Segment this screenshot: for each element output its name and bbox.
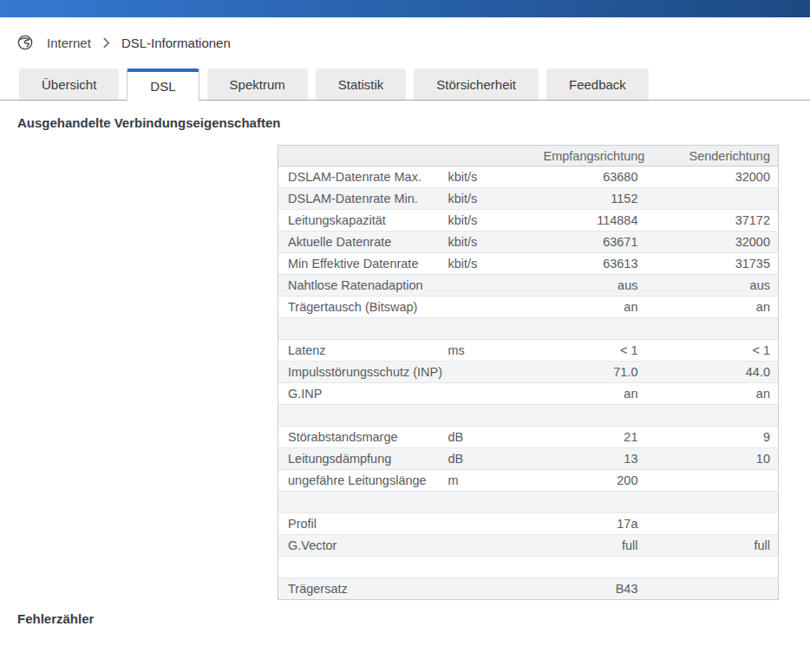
row-tx-value xyxy=(646,557,779,578)
row-rx-value: 17a xyxy=(544,513,646,535)
tab-spektrum[interactable]: Spektrum xyxy=(207,69,308,100)
row-unit: dB xyxy=(448,427,544,448)
tab-dsl[interactable]: DSL xyxy=(127,69,199,101)
table-header-row: Empfangsrichtung Senderichtung xyxy=(278,146,779,166)
row-tx-value xyxy=(646,470,779,492)
row-unit: kbit/s xyxy=(448,166,544,188)
breadcrumb: Internet DSL-Informationen xyxy=(17,32,810,53)
tab-uebersicht[interactable]: Übersicht xyxy=(19,69,119,100)
row-label xyxy=(278,405,448,427)
tab-stoersicherheit[interactable]: Störsicherheit xyxy=(414,69,539,100)
row-tx-value: full xyxy=(646,535,779,557)
row-rx-value: 200 xyxy=(544,470,646,492)
page-title: DSL-Informationen xyxy=(121,36,231,50)
row-rx-value: an xyxy=(544,297,646,318)
row-label: Aktuelle Datenrate xyxy=(278,232,448,253)
table-row: Min Effektive Datenratekbit/s6361331735 xyxy=(278,253,779,275)
row-label xyxy=(278,492,448,513)
col-header-empfangsrichtung: Empfangsrichtung xyxy=(544,146,646,166)
row-rx-value: 63680 xyxy=(544,166,646,188)
row-unit xyxy=(448,557,544,578)
row-label: Profil xyxy=(278,513,448,535)
row-tx-value: 31735 xyxy=(646,253,779,275)
row-unit xyxy=(448,362,544,383)
col-header-senderichtung: Senderichtung xyxy=(646,146,779,166)
row-label: Trägertausch (Bitswap) xyxy=(278,297,448,318)
row-label: Trägersatz xyxy=(278,578,448,600)
row-rx-value xyxy=(544,405,646,427)
row-rx-value: 63671 xyxy=(544,232,646,253)
table-row: TrägersatzB43 xyxy=(278,578,779,600)
row-unit: kbit/s xyxy=(448,188,544,210)
row-unit xyxy=(448,275,544,297)
row-rx-value xyxy=(544,318,646,340)
row-tx-value: 44.0 xyxy=(646,362,779,383)
row-tx-value: 32000 xyxy=(646,232,779,253)
col-header-unit-empty xyxy=(448,146,544,166)
table-spacer-row xyxy=(278,318,779,340)
row-tx-value xyxy=(646,513,779,535)
tab-feedback[interactable]: Feedback xyxy=(546,69,649,100)
row-rx-value: B43 xyxy=(544,578,646,600)
row-tx-value xyxy=(646,492,779,513)
table-row: DSLAM-Datenrate Min.kbit/s1152 xyxy=(278,188,779,210)
row-label: G.Vector xyxy=(278,535,448,557)
row-unit xyxy=(448,578,544,600)
row-label: DSLAM-Datenrate Max. xyxy=(278,166,448,188)
tab-statistik[interactable]: Statistik xyxy=(316,69,407,100)
breadcrumb-chevron-icon xyxy=(102,37,110,49)
table-spacer-row xyxy=(278,557,779,578)
row-rx-value: 71.0 xyxy=(544,362,646,383)
row-rx-value: 21 xyxy=(544,427,646,448)
table-row: G.INPanan xyxy=(278,383,779,405)
row-label: ungefähre Leitungslänge xyxy=(278,470,448,492)
row-unit xyxy=(448,297,544,318)
table-row: ungefähre Leitungslängem200 xyxy=(278,470,779,492)
row-rx-value: 63613 xyxy=(544,253,646,275)
internet-globe-icon xyxy=(17,35,33,50)
main-content: Ausgehandelte Verbindungseigenschaften E… xyxy=(0,101,810,626)
row-label: Leitungskapazität xyxy=(278,210,448,232)
row-label: G.INP xyxy=(278,383,448,405)
row-rx-value: aus xyxy=(544,275,646,297)
row-tx-value: 9 xyxy=(646,427,779,448)
row-tx-value: 10 xyxy=(646,448,779,470)
row-unit xyxy=(448,318,544,340)
row-unit xyxy=(448,405,544,427)
row-rx-value: 114884 xyxy=(544,210,646,232)
row-tx-value: an xyxy=(646,297,779,318)
section-heading-connection-properties: Ausgehandelte Verbindungseigenschaften xyxy=(17,115,793,130)
row-rx-value: 1152 xyxy=(544,188,646,210)
row-unit xyxy=(448,492,544,513)
row-tx-value xyxy=(646,405,779,427)
breadcrumb-internet-link[interactable]: Internet xyxy=(47,36,91,50)
row-label: Nahtlose Ratenadaption xyxy=(278,275,448,297)
row-rx-value xyxy=(544,557,646,578)
row-label: Leitungsdämpfung xyxy=(278,448,448,470)
row-label: Impulsstörungsschutz (INP) xyxy=(278,362,448,383)
row-unit xyxy=(448,513,544,535)
row-unit: kbit/s xyxy=(448,210,544,232)
row-unit: m xyxy=(448,470,544,492)
row-rx-value xyxy=(544,492,646,513)
row-unit: dB xyxy=(448,448,544,470)
table-row: StörabstandsmargedB219 xyxy=(278,427,779,448)
row-tx-value: < 1 xyxy=(646,340,779,362)
row-tx-value xyxy=(646,578,779,600)
table-row: G.Vectorfullfull xyxy=(278,535,779,557)
row-label: Min Effektive Datenrate xyxy=(278,253,448,275)
table-row: Trägertausch (Bitswap)anan xyxy=(278,297,779,318)
table-spacer-row xyxy=(278,405,779,427)
row-tx-value xyxy=(646,318,779,340)
row-label xyxy=(278,318,448,340)
table-row: Aktuelle Datenratekbit/s6367132000 xyxy=(278,232,779,253)
row-label: Störabstandsmarge xyxy=(278,427,448,448)
section-heading-error-counters: Fehlerzähler xyxy=(17,611,793,626)
row-rx-value: < 1 xyxy=(544,340,646,362)
row-unit: ms xyxy=(448,340,544,362)
top-accent-bar xyxy=(0,0,810,17)
row-unit: kbit/s xyxy=(448,232,544,253)
row-unit: kbit/s xyxy=(448,253,544,275)
row-rx-value: 13 xyxy=(544,448,646,470)
table-row: Profil17a xyxy=(278,513,779,535)
